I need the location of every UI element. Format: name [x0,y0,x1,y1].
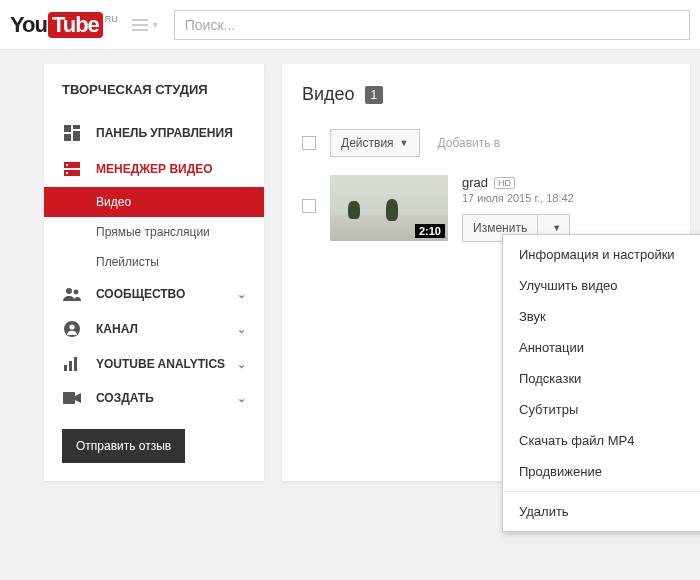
caret-down-icon: ▼ [400,138,409,148]
feedback-button[interactable]: Отправить отзыв [62,429,185,463]
sidebar-title: ТВОРЧЕСКАЯ СТУДИЯ [44,82,264,115]
svg-rect-18 [63,392,75,404]
svg-rect-3 [64,125,71,132]
svg-rect-2 [132,29,148,31]
nav-label: YOUTUBE ANALYTICS [96,357,225,371]
hd-badge: HD [494,177,515,189]
page-title: Видео 1 [302,84,670,105]
actions-button[interactable]: Действия ▼ [330,129,420,157]
svg-rect-5 [73,131,80,141]
video-info: grad HD 17 июля 2015 г., 18:42 Изменить … [462,175,574,242]
edit-dropdown-menu: Информация и настройки Улучшить видео Зв… [502,234,700,532]
analytics-icon [62,357,82,371]
select-all-checkbox[interactable] [302,136,316,150]
channel-icon [62,321,82,337]
sub-item-videos[interactable]: Видео [44,187,264,217]
dd-delete[interactable]: Удалить [503,496,700,527]
chevron-down-icon: ⌄ [237,358,246,371]
svg-point-11 [66,288,72,294]
nav-create[interactable]: СОЗДАТЬ ⌄ [44,381,264,415]
toolbar: Действия ▼ Добавить в [302,129,670,157]
svg-rect-6 [64,134,71,141]
search-box [174,10,690,40]
video-count-badge: 1 [365,86,384,104]
nav-label: КАНАЛ [96,322,138,336]
add-to-button: Добавить в [428,130,511,156]
search-input[interactable] [174,10,690,40]
caret-down-icon: ▼ [552,223,561,233]
svg-rect-17 [74,357,77,371]
video-duration: 2:10 [415,224,445,238]
svg-rect-15 [64,365,67,371]
nav-analytics[interactable]: YOUTUBE ANALYTICS ⌄ [44,347,264,381]
dd-enhance[interactable]: Улучшить видео [503,270,700,301]
svg-rect-1 [132,24,148,26]
sub-item-live[interactable]: Прямые трансляции [44,217,264,247]
svg-rect-9 [66,164,68,166]
sub-item-playlists[interactable]: Плейлисты [44,247,264,277]
svg-point-14 [69,324,74,329]
nav-video-manager[interactable]: МЕНЕДЖЕР ВИДЕО [44,151,264,187]
dd-promote[interactable]: Продвижение [503,456,700,487]
dd-audio[interactable]: Звук [503,301,700,332]
video-thumbnail[interactable]: 2:10 [330,175,448,241]
chevron-down-icon: ⌄ [237,392,246,405]
main-content: Видео 1 Действия ▼ Добавить в 2:10 grad … [282,64,690,481]
chevron-down-icon: ⌄ [237,288,246,301]
nav-label: СОЗДАТЬ [96,391,154,405]
dd-cards[interactable]: Подсказки [503,363,700,394]
create-icon [62,392,82,404]
chevron-down-icon: ⌄ [237,323,246,336]
sidebar: ТВОРЧЕСКАЯ СТУДИЯ ПАНЕЛЬ УПРАВЛЕНИЯ МЕНЕ… [44,64,264,481]
svg-rect-0 [132,19,148,21]
dd-subtitles[interactable]: Субтитры [503,394,700,425]
nav-label: МЕНЕДЖЕР ВИДЕО [96,162,213,176]
nav-community[interactable]: СООБЩЕСТВО ⌄ [44,277,264,311]
youtube-logo[interactable]: You Tube RU [10,12,118,38]
dropdown-separator [503,491,700,492]
nav-channel[interactable]: КАНАЛ ⌄ [44,311,264,347]
video-checkbox[interactable] [302,199,316,213]
video-title[interactable]: grad [462,175,488,190]
video-date: 17 июля 2015 г., 18:42 [462,192,574,204]
dd-info-settings[interactable]: Информация и настройки [503,239,700,270]
video-manager-icon [62,161,82,177]
dd-annotations[interactable]: Аннотации [503,332,700,363]
nav-label: СООБЩЕСТВО [96,287,185,301]
svg-rect-4 [73,125,80,129]
nav-dashboard[interactable]: ПАНЕЛЬ УПРАВЛЕНИЯ [44,115,264,151]
logo-you-text: You [10,12,47,38]
top-bar: You Tube RU ▼ [0,0,700,50]
guide-menu-icon[interactable]: ▼ [132,19,160,31]
dd-download-mp4[interactable]: Скачать файл MP4 [503,425,700,456]
community-icon [62,287,82,301]
page-title-text: Видео [302,84,355,105]
svg-point-12 [74,290,79,295]
logo-region: RU [105,14,118,24]
logo-tube-text: Tube [48,12,103,38]
svg-rect-16 [69,361,72,371]
svg-rect-10 [66,172,68,174]
nav-label: ПАНЕЛЬ УПРАВЛЕНИЯ [96,126,233,140]
dashboard-icon [62,125,82,141]
video-row: 2:10 grad HD 17 июля 2015 г., 18:42 Изме… [302,171,670,242]
video-manager-submenu: Видео Прямые трансляции Плейлисты [44,187,264,277]
actions-label: Действия [341,136,394,150]
